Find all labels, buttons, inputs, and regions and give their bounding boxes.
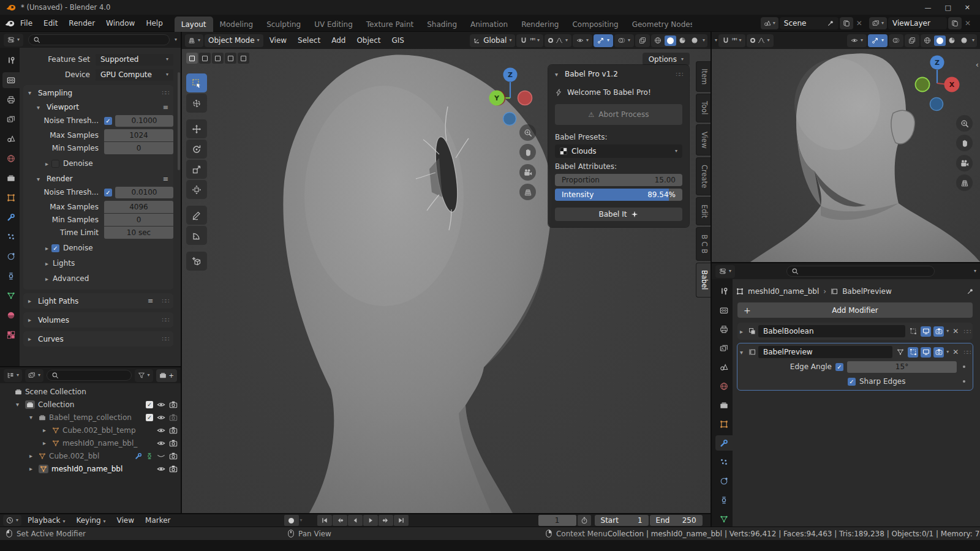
- outliner-row-cube-temp[interactable]: ▸ Cube.002_bbl_temp: [0, 424, 181, 437]
- feature-set-select[interactable]: Supported▾: [96, 54, 173, 66]
- proportion-slider[interactable]: Proportion15.00: [555, 174, 682, 186]
- shading-material-button[interactable]: [677, 36, 688, 46]
- start-frame-field[interactable]: Start1: [595, 515, 649, 526]
- overlays-toggle[interactable]: [889, 34, 903, 47]
- r-min-field[interactable]: 0: [104, 214, 173, 226]
- drag-handle-icon[interactable]: ∷∷: [162, 317, 168, 323]
- tab-physics[interactable]: [715, 473, 733, 489]
- tab-constraints[interactable]: [2, 268, 20, 284]
- new-viewlayer-button[interactable]: [948, 17, 962, 29]
- tab-texture-paint[interactable]: Texture Paint: [360, 17, 420, 32]
- scrollbar[interactable]: [178, 72, 180, 170]
- vp-noise-field[interactable]: 0.1000: [115, 115, 173, 127]
- toggle-render-icon[interactable]: [933, 347, 944, 358]
- properties-filter-dropdown[interactable]: ▾: [974, 269, 976, 274]
- annotate-tool[interactable]: [186, 206, 207, 225]
- render-subpanel-header[interactable]: ▾Render≡: [32, 172, 173, 186]
- camera-icon[interactable]: [169, 439, 178, 448]
- tab-animation[interactable]: Animation: [464, 17, 514, 32]
- tab-object[interactable]: [2, 190, 20, 206]
- menu-gis[interactable]: GIS: [386, 34, 409, 47]
- shading-wireframe-button[interactable]: [922, 36, 933, 46]
- drag-handle-icon[interactable]: ∷∷: [162, 298, 168, 304]
- eye-icon[interactable]: [157, 400, 165, 409]
- tab-view-sidebar[interactable]: View: [696, 124, 710, 156]
- ortho-toggle-button[interactable]: [519, 184, 536, 200]
- babel-panel-header[interactable]: ▾ Babel Pro v1.2 ∷∷: [555, 70, 682, 78]
- toggle-render-icon[interactable]: [933, 326, 944, 337]
- eye-icon[interactable]: [157, 465, 165, 473]
- prev-frame-button[interactable]: [348, 515, 363, 526]
- shading-dropdown[interactable]: ▾: [701, 38, 706, 43]
- tab-view-layer[interactable]: [715, 341, 733, 356]
- tab-physics[interactable]: [2, 249, 20, 264]
- render-passes-button[interactable]: [905, 34, 919, 47]
- menu-select[interactable]: Select: [293, 34, 325, 47]
- transform-orientation-select[interactable]: Global▾: [470, 34, 515, 47]
- gizmo-toggle[interactable]: ▾: [594, 34, 613, 47]
- advanced-expander[interactable]: ▸: [45, 276, 51, 282]
- outliner-filter-button[interactable]: ▾: [135, 369, 153, 382]
- editor-type-button[interactable]: ▾: [185, 34, 203, 47]
- vp-denoise-expander[interactable]: ▸: [45, 160, 51, 167]
- remove-modifier-icon[interactable]: ✕: [951, 327, 960, 335]
- tab-compositing[interactable]: Compositing: [565, 17, 625, 32]
- maximize-button[interactable]: □: [944, 4, 951, 12]
- options-button[interactable]: Options▾: [643, 53, 690, 66]
- tab-layout[interactable]: Layout: [175, 17, 213, 32]
- animate-dot-icon[interactable]: [963, 365, 965, 368]
- tab-modifiers[interactable]: [715, 435, 733, 451]
- edge-angle-field[interactable]: 15°: [847, 361, 957, 373]
- sidebar-expand-arrow[interactable]: ‹: [976, 60, 979, 69]
- navigation-gizmo-2[interactable]: Z X: [913, 54, 968, 113]
- minimize-button[interactable]: —: [924, 4, 931, 12]
- tab-view-layer[interactable]: [2, 111, 20, 127]
- play-button[interactable]: [363, 515, 378, 526]
- lights-expander[interactable]: ▸: [45, 260, 51, 267]
- menu-render[interactable]: Render: [63, 17, 100, 30]
- tab-modifiers[interactable]: [2, 209, 20, 225]
- cursor-tool[interactable]: [186, 94, 207, 113]
- tab-render[interactable]: [2, 72, 20, 88]
- tab-object-data[interactable]: [2, 288, 20, 304]
- jump-to-start-button[interactable]: [317, 515, 332, 526]
- tab-create[interactable]: Create: [696, 157, 710, 195]
- scene-selector[interactable]: Scene: [780, 17, 839, 29]
- expander-icon[interactable]: ▸: [29, 452, 36, 459]
- lights-section[interactable]: Lights: [53, 259, 75, 268]
- curves-panel-header[interactable]: ▸Curves∷∷: [23, 331, 173, 347]
- edge-angle-checkbox[interactable]: ✓: [835, 363, 843, 371]
- snapping-buttons[interactable]: ᴴᴴ▾: [516, 34, 543, 47]
- shading-wireframe-button[interactable]: [652, 36, 664, 46]
- auto-keyframe-button[interactable]: [578, 515, 591, 526]
- toggle-editmode-icon[interactable]: [908, 326, 918, 337]
- pan-button[interactable]: [519, 144, 536, 160]
- eye-closed-icon[interactable]: [157, 452, 165, 460]
- rotate-tool[interactable]: [186, 140, 207, 159]
- add-modifier-button[interactable]: + Add Modifier: [737, 302, 973, 318]
- tab-object[interactable]: [715, 416, 733, 432]
- tab-collection[interactable]: [2, 170, 20, 186]
- toggle-vertex-group-icon[interactable]: [895, 347, 905, 358]
- snapping-buttons[interactable]: ᴴᴴ▾: [718, 34, 745, 47]
- modifier-extras-dropdown[interactable]: ▾: [946, 329, 949, 334]
- expander-icon[interactable]: ▾: [29, 414, 36, 421]
- light-paths-panel-header[interactable]: ▸Light Paths ≡∷∷: [23, 293, 173, 309]
- advanced-section[interactable]: Advanced: [53, 274, 89, 283]
- r-denoise-expander[interactable]: ▸: [45, 245, 51, 252]
- r-denoise-checkbox[interactable]: ✓: [51, 244, 59, 252]
- scale-tool[interactable]: [186, 160, 207, 179]
- sharp-edges-checkbox[interactable]: ✓: [848, 378, 856, 386]
- outliner-row-mesh-temp[interactable]: ▸ meshId0_name_bbl_: [0, 437, 181, 449]
- animate-dot-icon[interactable]: [963, 380, 965, 383]
- r-time-field[interactable]: 10 sec: [104, 227, 173, 239]
- pin-icon[interactable]: [827, 20, 834, 27]
- eye-icon[interactable]: [157, 426, 165, 435]
- eye-icon[interactable]: [157, 439, 165, 448]
- tab-material[interactable]: [2, 307, 20, 323]
- keying-menu[interactable]: Keying ▾: [71, 514, 110, 527]
- properties-search-input[interactable]: [28, 34, 170, 45]
- select-mode-subtract[interactable]: [212, 53, 224, 64]
- camera-icon[interactable]: [169, 452, 178, 460]
- eye-icon[interactable]: [157, 413, 165, 422]
